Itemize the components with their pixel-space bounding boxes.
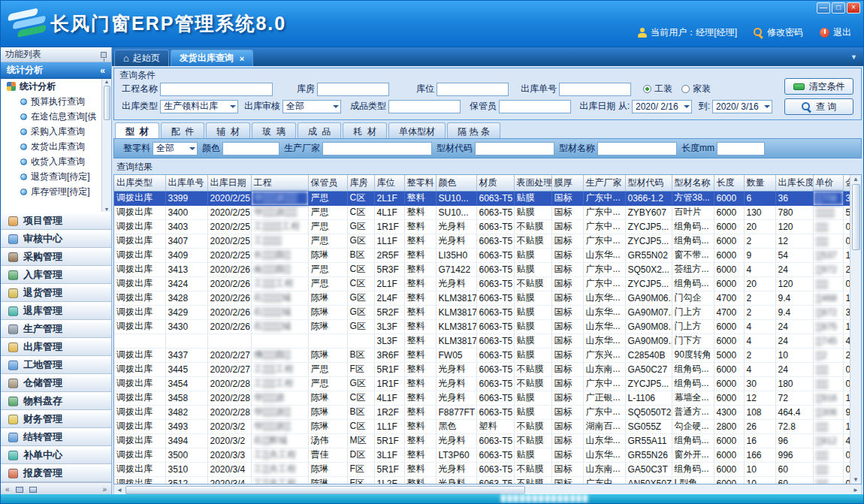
column-header[interactable]: 金额 xyxy=(843,175,850,191)
warehouse-input[interactable] xyxy=(317,83,389,96)
radio-jiazhuang[interactable]: 家装 xyxy=(681,83,711,95)
sidebar-module-退库管理[interactable]: 退库管理 xyxy=(1,302,111,320)
order-no-input[interactable] xyxy=(559,83,631,96)
table-vertical-scrollbar[interactable]: ▲ ▼ xyxy=(850,175,861,484)
material-tab[interactable]: 单体型材 xyxy=(388,122,446,138)
footer-left-icon[interactable]: « xyxy=(5,485,10,493)
scroll-down-icon[interactable]: ▼ xyxy=(853,476,859,483)
table-row[interactable]: 调拨出库35102020/3/4工▒共工程陈琳F区5R1F整料光身料6063-T… xyxy=(114,462,850,476)
tree-root-statistics[interactable]: 统计分析 xyxy=(1,79,111,94)
table-row[interactable]: 调拨出库34542020/2/28工▒▒工程严思G区1R1F整料光身料6063-… xyxy=(114,376,850,391)
table-row[interactable]: 调拨出库34582020/2/28华▒▒源陈琳C区4L1F整料光身料6063-T… xyxy=(114,391,850,405)
scroll-right-icon[interactable]: ► xyxy=(853,487,859,493)
column-header[interactable]: 出库日期 xyxy=(207,175,251,191)
material-tab[interactable]: 耗 材 xyxy=(343,122,387,138)
column-header[interactable]: 长度 xyxy=(714,175,744,191)
table-row[interactable]: 调拨出库34372020/2/27佛▒▒园▒陈琳B区3R6F整料FW056063… xyxy=(114,348,850,362)
color-input[interactable] xyxy=(222,142,279,155)
table-row[interactable]: 调拨出库34242020/2/26工▒▒工程严思C区2L1F整料光身料6063-… xyxy=(114,276,850,291)
tree-scrollbar[interactable]: ▲ ▼ xyxy=(101,79,111,212)
tab-close-icon[interactable]: × xyxy=(240,54,244,63)
pin-icon[interactable] xyxy=(101,52,107,58)
clear-conditions-button[interactable]: 清空条件 xyxy=(784,78,853,95)
product-type-input[interactable] xyxy=(388,100,461,113)
table-row[interactable]: 调拨出库34302020/2/26石▒▒▒城陈琳G区3L3F整料KLM38176… xyxy=(114,319,850,333)
length-input[interactable] xyxy=(717,142,765,155)
tab-home[interactable]: ⌂ 起始页 xyxy=(114,50,169,66)
scroll-down-icon[interactable]: ▼ xyxy=(104,207,110,212)
audit-select[interactable]: 全部 xyxy=(282,100,341,113)
keeper-input[interactable] xyxy=(499,100,571,113)
tree-item[interactable]: 在途信息查询[供 xyxy=(1,109,111,124)
scroll-up-icon[interactable]: ▲ xyxy=(104,79,110,84)
sidebar-module-结转管理[interactable]: 结转管理 xyxy=(1,428,111,446)
column-header[interactable]: 膜厚 xyxy=(551,175,583,191)
column-header[interactable]: 整零料 xyxy=(404,175,436,191)
scroll-left-icon[interactable]: ◄ xyxy=(116,487,122,493)
table-row[interactable]: 调拨出库34452020/2/27工▒▒工程严思F区5R1F整料光身料6063-… xyxy=(114,362,850,376)
material-tab[interactable]: 玻 璃 xyxy=(252,122,296,138)
tree-item[interactable]: 退货查询[待定] xyxy=(1,169,111,184)
table-row[interactable]: 调拨出库34292020/2/26石▒▒▒城陈琳G区5R2F整料KLM38176… xyxy=(114,305,850,319)
table-row[interactable]: 调拨出库34072020/2/25工▒▒▒严思G区1L1F整料光身料6063-T… xyxy=(114,234,850,248)
table-row[interactable]: 调拨出库34822020/2/28华▒▒源▒陈琳B区1R2F整料F8877FT6… xyxy=(114,405,850,419)
material-tab[interactable]: 成 品 xyxy=(298,122,342,138)
column-header[interactable]: 工程 xyxy=(251,175,308,191)
sidebar-module-采购管理[interactable]: 采购管理 xyxy=(1,248,111,266)
maker-input[interactable] xyxy=(322,142,432,155)
table-row[interactable]: 调拨出库35002020/3/3工▒共工程曹佳D区3L1F整料LT3P60606… xyxy=(114,448,850,462)
sidebar-module-退货管理[interactable]: 退货管理 xyxy=(1,284,111,302)
minimize-button[interactable]: — xyxy=(817,2,830,14)
table-row[interactable]: 调拨出库35122020/3/4工▒共工程陈琳F区1L2F整料光身料6063-T… xyxy=(114,476,850,484)
scroll-thumb[interactable] xyxy=(104,86,110,120)
column-header[interactable]: 库位 xyxy=(374,175,404,191)
close-button[interactable]: × xyxy=(847,2,860,14)
scroll-thumb[interactable] xyxy=(125,486,525,494)
tree-item[interactable]: 发货出库查询 xyxy=(1,139,111,154)
column-header[interactable]: 型材名称 xyxy=(672,175,714,191)
material-tab[interactable]: 配 件 xyxy=(161,122,205,138)
sidebar-module-出库管理[interactable]: 出库管理 xyxy=(1,338,111,356)
scroll-up-icon[interactable]: ▲ xyxy=(853,176,859,183)
table-row[interactable]: 调拨出库34032020/2/25工▒▒▒工程严思G区1R1F整料光身料6063… xyxy=(114,219,850,234)
date-from-select[interactable]: 2020/ 2/16 xyxy=(632,100,692,113)
column-header[interactable]: 生产厂家 xyxy=(583,175,625,191)
maximize-button[interactable]: □ xyxy=(832,2,845,14)
table-row[interactable]: 3L3F整料KLM38176063-T5贴膜国标山东华...GA90M09...… xyxy=(114,333,850,348)
logout-button[interactable]: 退出 xyxy=(820,26,851,39)
column-header[interactable]: 保管员 xyxy=(308,175,347,191)
sidebar-module-物料盘存[interactable]: 物料盘存 xyxy=(1,392,111,410)
out-type-select[interactable]: 生产领料出库 xyxy=(160,100,238,113)
material-tab[interactable]: 辅 材 xyxy=(206,122,250,138)
table-row[interactable]: 调拨出库34942020/3/2石▒辉城汤伟M区5R1F整料光身料6063-T5… xyxy=(114,433,850,448)
footer-grid-icon[interactable] xyxy=(29,487,37,493)
project-name-input[interactable] xyxy=(160,83,273,96)
date-to-select[interactable]: 2020/ 3/16 xyxy=(712,100,772,113)
column-header[interactable]: 材质 xyxy=(476,175,514,191)
table-row[interactable]: 调拨出库34002020/2/25华▒▒源▒▒严思C区4L1F整料SU10...… xyxy=(114,205,850,219)
column-header[interactable]: 出库类型 xyxy=(114,175,165,191)
tree-item[interactable]: 预算执行查询 xyxy=(1,94,111,109)
column-header[interactable]: 数量 xyxy=(744,175,775,191)
tab-list-dropdown-icon[interactable]: ▼ xyxy=(850,53,857,61)
column-header[interactable]: 库房 xyxy=(347,175,374,191)
material-tab[interactable]: 隔 热 条 xyxy=(447,122,500,138)
sidebar-module-报废管理[interactable]: 报废管理 xyxy=(1,464,111,482)
sidebar-module-工地管理[interactable]: 工地管理 xyxy=(1,356,111,374)
table-row[interactable]: 调拨出库34932020/3/2华▒▒源▒陈琳C区1L1F整料黑色塑料不贴膜国标… xyxy=(114,419,850,433)
column-header[interactable]: 颜色 xyxy=(436,175,476,191)
search-button[interactable]: 查 询 xyxy=(784,98,853,115)
sidebar-module-入库管理[interactable]: 入库管理 xyxy=(1,266,111,284)
change-password-link[interactable]: 修改密码 xyxy=(754,26,803,39)
radio-gongzhuang[interactable]: 工装 xyxy=(643,83,672,95)
location-input[interactable] xyxy=(437,83,509,96)
footer-right-icon[interactable]: » xyxy=(102,485,107,493)
sidebar-module-项目管理[interactable]: 项目管理 xyxy=(1,212,111,230)
whole-select[interactable]: 全部 xyxy=(153,142,198,155)
tree-item[interactable]: 采购入库查询 xyxy=(1,124,111,139)
table-row[interactable]: 调拨出库34282020/2/26石▒▒▒城陈琳G区2L4F整料KLM38176… xyxy=(114,291,850,305)
footer-monitor-icon[interactable] xyxy=(16,487,23,493)
sidebar-module-审核中心[interactable]: 审核中心 xyxy=(1,230,111,248)
column-header[interactable]: 出库单号 xyxy=(165,175,207,191)
table-row[interactable]: 调拨出库34092020/2/25长▒▒园▒陈琳B区2R5F整料LI35H060… xyxy=(114,248,850,262)
